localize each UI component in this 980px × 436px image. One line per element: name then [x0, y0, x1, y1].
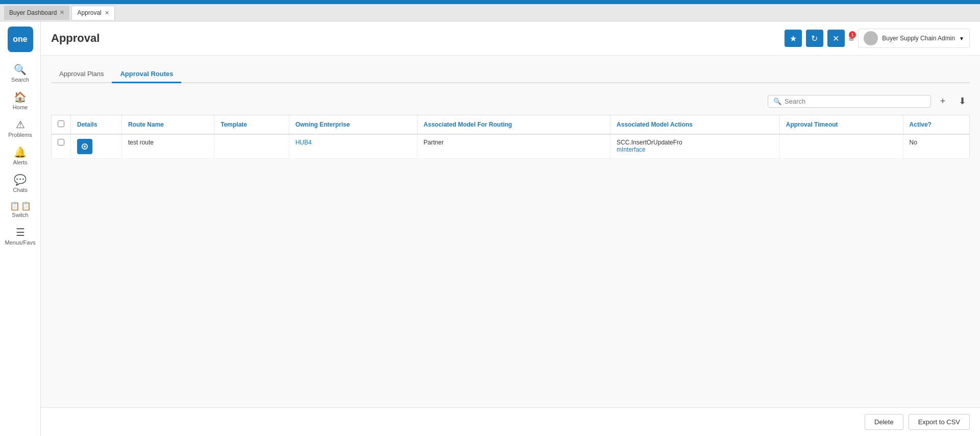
notification-badge: 1 — [849, 31, 856, 38]
row-checkbox-cell — [52, 134, 71, 159]
delete-button[interactable]: Delete — [865, 414, 903, 430]
search-input[interactable] — [785, 98, 925, 105]
col-associated-model-actions: Associated Model Actions — [610, 115, 780, 135]
row-details-cell — [71, 134, 122, 159]
search-box: 🔍 — [768, 95, 931, 108]
col-template: Template — [214, 115, 289, 135]
avatar — [864, 31, 878, 45]
inner-tabs: Approval Plans Approval Routes — [51, 66, 970, 83]
chats-icon: 💬 — [14, 174, 27, 186]
sidebar-item-problems[interactable]: ⚠ Problems — [0, 114, 40, 142]
sidebar-item-switch[interactable]: 📋📋 Switch — [0, 197, 40, 222]
user-name: Buyer Supply Chain Admin — [882, 35, 955, 42]
logo-text: one — [13, 35, 27, 44]
tab-approval-plans-label: Approval Plans — [59, 70, 104, 78]
tab-approval-routes[interactable]: Approval Routes — [112, 66, 181, 83]
col-checkbox — [52, 115, 71, 135]
sidebar-item-menus-favs-label: Menus/Favs — [5, 239, 36, 246]
page-header: Approval ★ ↻ ✕ ≡ 1 Buyer Supply Chain Ad… — [41, 21, 980, 56]
content-area: Approval ★ ↻ ✕ ≡ 1 Buyer Supply Chain Ad… — [41, 21, 980, 436]
export-button[interactable]: ⬇ — [954, 93, 970, 109]
page-title: Approval — [51, 32, 100, 45]
tab-buyer-dashboard-close[interactable]: ✕ — [60, 9, 64, 16]
row-active-cell: No — [903, 134, 969, 159]
sidebar: one 🔍 Search 🏠 Home ⚠ Problems 🔔 Alerts … — [0, 21, 41, 436]
tab-bar: Buyer Dashboard ✕ Approval ✕ — [0, 4, 980, 21]
sidebar-item-menus-favs[interactable]: ☰ Menus/Favs — [0, 222, 40, 250]
inner-content: Approval Plans Approval Routes 🔍 + ⬇ — [41, 56, 980, 407]
sidebar-logo[interactable]: one — [8, 27, 33, 52]
search-icon: 🔍 — [14, 63, 27, 76]
switch-icon: 📋📋 — [10, 201, 31, 211]
sidebar-item-chats-label: Chats — [13, 187, 28, 193]
header-actions: ★ ↻ ✕ ≡ 1 Buyer Supply Chain Admin ▼ — [785, 29, 970, 48]
sidebar-item-home-label: Home — [13, 104, 28, 110]
sidebar-item-alerts[interactable]: 🔔 Alerts — [0, 142, 40, 169]
tab-approval[interactable]: Approval ✕ — [71, 6, 114, 20]
col-details: Details — [71, 115, 122, 135]
star-button[interactable]: ★ — [785, 30, 802, 47]
associated-model-actions-text2: mInterface — [617, 146, 773, 153]
chevron-down-icon: ▼ — [959, 36, 964, 41]
svg-point-1 — [84, 146, 86, 148]
col-route-name: Route Name — [122, 115, 214, 135]
problems-icon: ⚠ — [16, 118, 25, 131]
tab-approval-plans[interactable]: Approval Plans — [51, 66, 112, 83]
tab-buyer-dashboard-label: Buyer Dashboard — [9, 9, 57, 16]
user-profile[interactable]: Buyer Supply Chain Admin ▼ — [858, 29, 970, 48]
row-checkbox[interactable] — [58, 139, 64, 146]
tab-approval-close[interactable]: ✕ — [105, 10, 109, 16]
home-icon: 🏠 — [14, 91, 27, 103]
col-owning-enterprise: Owning Enterprise — [289, 115, 417, 135]
row-route-name-cell: test route — [122, 134, 214, 159]
search-icon: 🔍 — [773, 98, 781, 105]
sidebar-item-home[interactable]: 🏠 Home — [0, 87, 40, 114]
sidebar-item-switch-label: Switch — [12, 212, 28, 218]
row-associated-model-actions-cell: SCC.InsertOrUpdateFro mInterface — [610, 134, 780, 159]
tab-buyer-dashboard[interactable]: Buyer Dashboard ✕ — [4, 6, 69, 20]
owning-enterprise-link[interactable]: HUB4 — [296, 139, 312, 146]
menus-favs-icon: ☰ — [16, 226, 25, 238]
row-associated-model-routing-cell: Partner — [417, 134, 610, 159]
sidebar-item-alerts-label: Alerts — [13, 159, 27, 165]
view-details-button[interactable] — [77, 139, 92, 154]
refresh-button[interactable]: ↻ — [806, 30, 823, 47]
col-active: Active? — [903, 115, 969, 135]
row-template-cell — [214, 134, 289, 159]
close-page-button[interactable]: ✕ — [827, 30, 845, 47]
sidebar-item-chats[interactable]: 💬 Chats — [0, 169, 40, 197]
sidebar-item-search[interactable]: 🔍 Search — [0, 59, 40, 87]
col-associated-model-routing: Associated Model For Routing — [417, 115, 610, 135]
row-approval-timeout-cell — [779, 134, 903, 159]
add-button[interactable]: + — [935, 93, 950, 109]
alerts-icon: 🔔 — [14, 146, 27, 158]
page-footer: Delete Export to CSV — [41, 407, 980, 436]
top-bar — [0, 0, 980, 4]
tab-approval-routes-label: Approval Routes — [120, 70, 173, 78]
export-to-csv-button[interactable]: Export to CSV — [909, 414, 970, 430]
associated-model-actions-text: SCC.InsertOrUpdateFro — [617, 139, 773, 146]
table-row: test route HUB4 Partner SCC.InsertOrUpda… — [52, 134, 970, 159]
select-all-checkbox[interactable] — [58, 120, 64, 127]
data-table: Details Route Name Template Owning Enter… — [51, 115, 970, 159]
row-owning-enterprise-cell: HUB4 — [289, 134, 417, 159]
table-toolbar: 🔍 + ⬇ — [51, 93, 970, 109]
sidebar-item-problems-label: Problems — [8, 132, 32, 138]
menu-button[interactable]: ≡ 1 — [849, 33, 854, 44]
sidebar-item-search-label: Search — [11, 77, 29, 83]
col-approval-timeout: Approval Timeout — [779, 115, 903, 135]
tab-approval-label: Approval — [77, 9, 101, 16]
